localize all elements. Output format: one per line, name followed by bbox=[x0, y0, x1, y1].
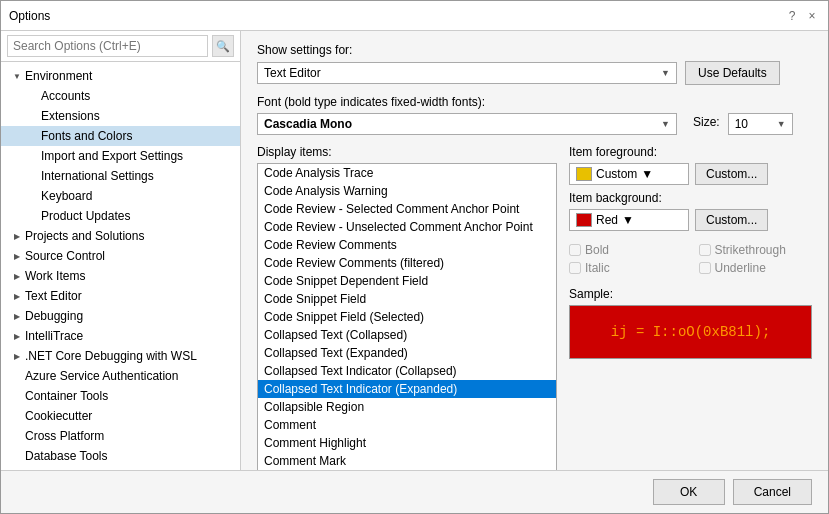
show-settings-select[interactable]: Text Editor ▼ bbox=[257, 62, 677, 84]
tree-item-keyboard[interactable]: Keyboard bbox=[1, 186, 240, 206]
options-dialog: Options ? × 🔍 ▼ Environment Accounts bbox=[0, 0, 829, 514]
tree-item-net-core-debugging[interactable]: ▶ .NET Core Debugging with WSL bbox=[1, 346, 240, 366]
font-section: Font (bold type indicates fixed-width fo… bbox=[257, 95, 812, 135]
list-item[interactable]: Code Snippet Dependent Field bbox=[258, 272, 556, 290]
dialog-title: Options bbox=[9, 9, 50, 23]
expand-icon-keyboard bbox=[25, 188, 41, 204]
tree-item-environment[interactable]: ▼ Environment bbox=[1, 66, 240, 86]
expand-icon-cross-platform bbox=[9, 428, 25, 444]
list-item[interactable]: Code Review Comments (filtered) bbox=[258, 254, 556, 272]
help-button[interactable]: ? bbox=[784, 8, 800, 24]
italic-label: Italic bbox=[585, 261, 610, 275]
bold-checkbox-item: Bold bbox=[569, 243, 683, 257]
font-select[interactable]: Cascadia Mono ▼ bbox=[257, 113, 677, 135]
left-panel: 🔍 ▼ Environment Accounts Extensions bbox=[1, 31, 241, 470]
list-item[interactable]: Code Analysis Warning bbox=[258, 182, 556, 200]
size-select[interactable]: 10 ▼ bbox=[728, 113, 793, 135]
expand-icon-intellitrace: ▶ bbox=[9, 328, 25, 344]
underline-checkbox-item: Underline bbox=[699, 261, 813, 275]
list-item[interactable]: Comment bbox=[258, 416, 556, 434]
expand-icon-intl-settings bbox=[25, 168, 41, 184]
list-item[interactable]: Collapsed Text Indicator (Collapsed) bbox=[258, 362, 556, 380]
strikethrough-checkbox[interactable] bbox=[699, 244, 711, 256]
ok-button[interactable]: OK bbox=[653, 479, 725, 505]
list-item[interactable]: Code Review Comments bbox=[258, 236, 556, 254]
show-settings-label: Show settings for: bbox=[257, 43, 812, 57]
tree-item-source-control[interactable]: ▶ Source Control bbox=[1, 246, 240, 266]
show-settings-value: Text Editor bbox=[264, 66, 321, 80]
dialog-footer: OK Cancel bbox=[1, 470, 828, 513]
tree-item-product-updates[interactable]: Product Updates bbox=[1, 206, 240, 226]
tree-item-container-tools[interactable]: Container Tools bbox=[1, 386, 240, 406]
search-box: 🔍 bbox=[1, 31, 240, 62]
tree-container: ▼ Environment Accounts Extensions Fonts … bbox=[1, 62, 240, 470]
tree-item-import-export[interactable]: Import and Export Settings bbox=[1, 146, 240, 166]
tree-item-label-container-tools: Container Tools bbox=[25, 389, 236, 403]
dialog-body: 🔍 ▼ Environment Accounts Extensions bbox=[1, 31, 828, 470]
expand-icon-extensions bbox=[25, 108, 41, 124]
font-value: Cascadia Mono bbox=[264, 117, 352, 131]
checkboxes-row: Bold Strikethrough Italic Underline bbox=[569, 243, 812, 275]
tree-item-work-items[interactable]: ▶ Work Items bbox=[1, 266, 240, 286]
item-background-row: Red ▼ Custom... bbox=[569, 209, 812, 231]
italic-checkbox[interactable] bbox=[569, 262, 581, 274]
list-item[interactable]: Code Snippet Field (Selected) bbox=[258, 308, 556, 326]
tree-item-label-environment: Environment bbox=[25, 69, 236, 83]
tree-item-extensions[interactable]: Extensions bbox=[1, 106, 240, 126]
tree-item-intl-settings[interactable]: International Settings bbox=[1, 166, 240, 186]
tree-item-label-extensions: Extensions bbox=[41, 109, 236, 123]
tree-item-cross-platform[interactable]: Cross Platform bbox=[1, 426, 240, 446]
tree-item-label-text-editor: Text Editor bbox=[25, 289, 236, 303]
foreground-custom-button[interactable]: Custom... bbox=[695, 163, 768, 185]
tree-item-intellitrace[interactable]: ▶ IntelliTrace bbox=[1, 326, 240, 346]
expand-icon-environment: ▼ bbox=[9, 68, 25, 84]
tree-item-azure-auth[interactable]: Azure Service Authentication bbox=[1, 366, 240, 386]
item-foreground-select[interactable]: Custom ▼ bbox=[569, 163, 689, 185]
background-swatch bbox=[576, 213, 592, 227]
background-color-name: Red bbox=[596, 213, 618, 227]
italic-checkbox-item: Italic bbox=[569, 261, 683, 275]
item-background-section: Item background: Red ▼ Custom... bbox=[569, 191, 812, 231]
tree-item-text-editor[interactable]: ▶ Text Editor bbox=[1, 286, 240, 306]
list-item[interactable]: Code Review - Selected Comment Anchor Po… bbox=[258, 200, 556, 218]
tree-item-cookiecutter[interactable]: Cookiecutter bbox=[1, 406, 240, 426]
close-button[interactable]: × bbox=[804, 8, 820, 24]
search-icon[interactable]: 🔍 bbox=[212, 35, 234, 57]
list-item[interactable]: Collapsed Text (Expanded) bbox=[258, 344, 556, 362]
tree-item-debugging[interactable]: ▶ Debugging bbox=[1, 306, 240, 326]
tree-item-label-work-items: Work Items bbox=[25, 269, 236, 283]
title-bar-buttons: ? × bbox=[784, 8, 820, 24]
strikethrough-label: Strikethrough bbox=[715, 243, 786, 257]
show-settings-chevron: ▼ bbox=[661, 68, 670, 78]
tree-item-label-fonts-colors: Fonts and Colors bbox=[41, 129, 236, 143]
tree-item-label-keyboard: Keyboard bbox=[41, 189, 236, 203]
list-item[interactable]: Collapsed Text (Collapsed) bbox=[258, 326, 556, 344]
use-defaults-button[interactable]: Use Defaults bbox=[685, 61, 780, 85]
tree-item-fonts-colors[interactable]: Fonts and Colors bbox=[1, 126, 240, 146]
tree-item-label-intl-settings: International Settings bbox=[41, 169, 236, 183]
list-item[interactable]: Comment Mark bbox=[258, 452, 556, 470]
list-item[interactable]: Code Review - Unselected Comment Anchor … bbox=[258, 218, 556, 236]
item-background-select[interactable]: Red ▼ bbox=[569, 209, 689, 231]
tree-item-label-product-updates: Product Updates bbox=[41, 209, 236, 223]
background-custom-button[interactable]: Custom... bbox=[695, 209, 768, 231]
display-items-label: Display items: bbox=[257, 145, 557, 159]
tree-item-accounts[interactable]: Accounts bbox=[1, 86, 240, 106]
tree-item-projects-solutions[interactable]: ▶ Projects and Solutions bbox=[1, 226, 240, 246]
tree-item-label-accounts: Accounts bbox=[41, 89, 236, 103]
list-item[interactable]: Code Snippet Field bbox=[258, 290, 556, 308]
underline-checkbox[interactable] bbox=[699, 262, 711, 274]
list-item[interactable]: Collapsible Region bbox=[258, 398, 556, 416]
bold-checkbox[interactable] bbox=[569, 244, 581, 256]
expand-icon-debugging: ▶ bbox=[9, 308, 25, 324]
list-item-selected[interactable]: Collapsed Text Indicator (Expanded) bbox=[258, 380, 556, 398]
display-items-list[interactable]: Code Analysis Trace Code Analysis Warnin… bbox=[257, 163, 557, 470]
search-input[interactable] bbox=[7, 35, 208, 57]
cancel-button[interactable]: Cancel bbox=[733, 479, 812, 505]
fg-bg-section: Item foreground: Custom ▼ Custom... bbox=[569, 145, 812, 231]
tree-item-label-intellitrace: IntelliTrace bbox=[25, 329, 236, 343]
tree-item-label-net-core-debugging: .NET Core Debugging with WSL bbox=[25, 349, 236, 363]
list-item[interactable]: Code Analysis Trace bbox=[258, 164, 556, 182]
tree-item-database-tools[interactable]: Database Tools bbox=[1, 446, 240, 466]
list-item[interactable]: Comment Highlight bbox=[258, 434, 556, 452]
